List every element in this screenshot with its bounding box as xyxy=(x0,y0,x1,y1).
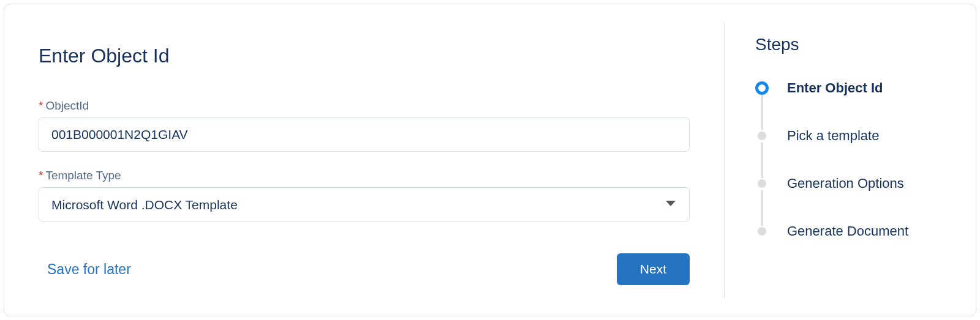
next-button[interactable]: Next xyxy=(617,253,690,285)
step-connector xyxy=(761,190,763,226)
step-label: Generation Options xyxy=(787,176,904,192)
step-label: Generate Document xyxy=(787,223,908,239)
page-title: Enter Object Id xyxy=(39,45,690,67)
step-marker-inactive-icon xyxy=(758,179,766,188)
steps-list: Enter Object Id Pick a template Generati… xyxy=(755,80,957,239)
step-marker-inactive-icon xyxy=(758,227,766,236)
object-id-label: *ObjectId xyxy=(39,99,690,113)
template-type-select-wrapper: Microsoft Word .DOCX Template xyxy=(39,187,690,221)
step-connector xyxy=(761,95,763,130)
step-connector xyxy=(761,143,763,178)
step-item-enter-object-id: Enter Object Id xyxy=(755,80,957,128)
main-panel: Enter Object Id *ObjectId *Template Type… xyxy=(4,23,725,297)
required-asterisk-icon: * xyxy=(39,169,43,182)
object-id-field-group: *ObjectId xyxy=(39,99,690,152)
steps-panel: Steps Enter Object Id Pick a template Ge… xyxy=(725,4,976,316)
template-type-label-text: Template Type xyxy=(45,169,121,182)
step-item-generation-options: Generation Options xyxy=(755,176,957,223)
object-id-input[interactable] xyxy=(39,117,690,152)
template-type-field-group: *Template Type Microsoft Word .DOCX Temp… xyxy=(39,169,690,221)
object-id-label-text: ObjectId xyxy=(45,99,89,112)
template-type-label: *Template Type xyxy=(39,169,690,182)
footer-actions: Save for later Next xyxy=(39,239,690,285)
step-label: Pick a template xyxy=(787,128,879,144)
template-type-select[interactable]: Microsoft Word .DOCX Template xyxy=(39,187,690,221)
wizard-container: Enter Object Id *ObjectId *Template Type… xyxy=(4,4,976,316)
step-marker-active-icon xyxy=(755,81,769,95)
step-label: Enter Object Id xyxy=(787,80,883,96)
step-item-generate-document: Generate Document xyxy=(755,223,957,239)
save-for-later-button[interactable]: Save for later xyxy=(39,259,140,280)
steps-title: Steps xyxy=(755,35,957,54)
required-asterisk-icon: * xyxy=(39,99,43,112)
step-marker-inactive-icon xyxy=(758,132,766,140)
step-item-pick-template: Pick a template xyxy=(755,128,957,176)
